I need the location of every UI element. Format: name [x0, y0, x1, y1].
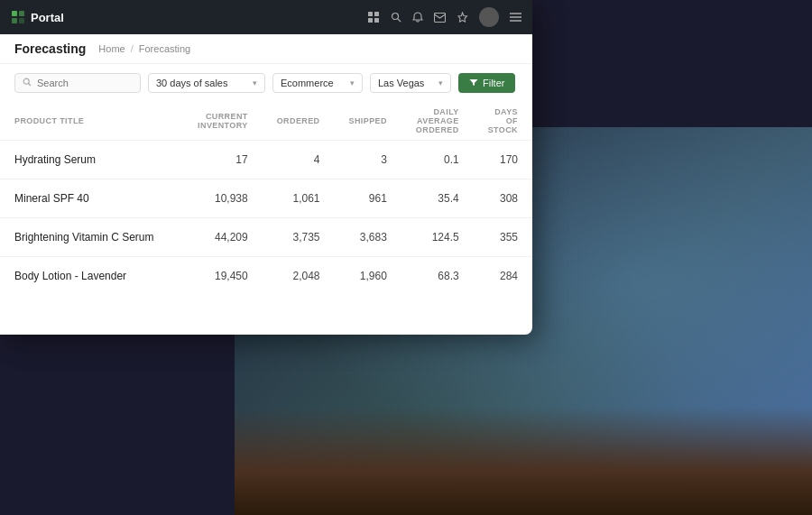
- inventory-table: PRODUCT TITLE CURRENTINVENTORY ORDERED S…: [0, 102, 532, 295]
- logo-container: Portal: [11, 10, 64, 24]
- cell-daily-avg-3: 68.3: [401, 257, 474, 296]
- breadcrumb-current: Forecasting: [139, 43, 190, 54]
- channel-dropdown[interactable]: Ecommerce ▾: [272, 73, 363, 93]
- svg-rect-7: [374, 18, 379, 23]
- cell-days-stock-2: 355: [474, 218, 532, 257]
- svg-rect-0: [12, 11, 17, 16]
- cell-product-1: Mineral SPF 40: [0, 179, 183, 218]
- grid-icon[interactable]: [368, 12, 380, 23]
- search-input[interactable]: [37, 78, 133, 88]
- search-input-icon: [23, 78, 32, 88]
- filter-icon: [469, 78, 478, 88]
- col-header-ordered: ORDERED: [263, 102, 335, 141]
- search-box[interactable]: [14, 73, 141, 93]
- cell-ordered-2: 3,735: [263, 218, 335, 257]
- table-row: Brightening Vitamin C Serum 44,209 3,735…: [0, 218, 532, 257]
- cell-shipped-2: 3,683: [335, 218, 401, 257]
- filter-button-label: Filter: [483, 78, 504, 88]
- app-title: Portal: [31, 11, 64, 24]
- cell-shipped-3: 1,960: [335, 257, 401, 296]
- app-window: Portal Forecasting Hom: [0, 0, 532, 335]
- col-header-inventory: CURRENTINVENTORY: [183, 102, 263, 141]
- topbar-icons: [368, 7, 521, 27]
- svg-rect-4: [368, 12, 373, 16]
- table-row: Body Lotion - Lavender 19,450 2,048 1,96…: [0, 257, 532, 296]
- cell-days-stock-0: 170: [474, 141, 532, 179]
- cell-shipped-1: 961: [335, 179, 401, 218]
- cell-daily-avg-1: 35.4: [401, 179, 474, 218]
- topbar: Portal: [0, 0, 532, 34]
- cell-days-stock-1: 308: [474, 179, 532, 218]
- channel-dropdown-arrow: ▾: [350, 78, 355, 87]
- sales-period-value: 30 days of sales: [156, 78, 228, 88]
- svg-rect-2: [12, 18, 17, 23]
- location-dropdown[interactable]: Las Vegas ▾: [370, 73, 451, 93]
- cell-product-0: Hydrating Serum: [0, 141, 183, 179]
- star-icon[interactable]: [457, 12, 468, 23]
- portal-logo-icon: [11, 10, 25, 24]
- cell-inventory-1: 10,938: [183, 179, 263, 218]
- bell-icon[interactable]: [412, 12, 423, 23]
- table-row: Mineral SPF 40 10,938 1,061 961 35.4 308: [0, 179, 532, 218]
- channel-value: Ecommerce: [281, 78, 334, 88]
- cell-shipped-0: 3: [335, 141, 401, 179]
- cell-inventory-2: 44,209: [183, 218, 263, 257]
- svg-rect-5: [374, 12, 379, 16]
- toolbar: 30 days of sales ▾ Ecommerce ▾ Las Vegas…: [0, 64, 532, 102]
- menu-icon[interactable]: [510, 13, 521, 22]
- svg-rect-1: [19, 11, 24, 16]
- col-header-daily-avg: DAILY AVERAGEORDERED: [401, 102, 474, 141]
- breadcrumb-separator: /: [131, 43, 134, 54]
- filter-button[interactable]: Filter: [458, 73, 515, 93]
- location-dropdown-arrow: ▾: [438, 78, 443, 87]
- sales-dropdown-arrow: ▾: [253, 78, 257, 87]
- breadcrumb-home[interactable]: Home: [98, 43, 125, 54]
- cell-ordered-0: 4: [263, 141, 335, 179]
- table-row: Hydrating Serum 17 4 3 0.1 170: [0, 141, 532, 179]
- cell-inventory-3: 19,450: [183, 257, 263, 296]
- col-header-product: PRODUCT TITLE: [0, 102, 183, 141]
- cell-inventory-0: 17: [183, 141, 263, 179]
- inventory-table-container: PRODUCT TITLE CURRENTINVENTORY ORDERED S…: [0, 102, 532, 335]
- svg-rect-3: [19, 18, 24, 23]
- desk-surface: [235, 407, 812, 515]
- svg-point-14: [23, 78, 29, 84]
- sales-period-dropdown[interactable]: 30 days of sales ▾: [148, 73, 265, 93]
- cell-ordered-3: 2,048: [263, 257, 335, 296]
- page-title: Forecasting: [14, 41, 86, 56]
- cell-daily-avg-2: 124.5: [401, 218, 474, 257]
- search-icon[interactable]: [391, 12, 401, 23]
- svg-line-9: [398, 19, 401, 22]
- cell-daily-avg-0: 0.1: [401, 141, 474, 179]
- col-header-shipped: SHIPPED: [335, 102, 401, 141]
- svg-line-15: [29, 84, 32, 87]
- table-header-row: PRODUCT TITLE CURRENTINVENTORY ORDERED S…: [0, 102, 532, 141]
- breadcrumb-bar: Forecasting Home / Forecasting: [0, 34, 532, 64]
- user-avatar[interactable]: [479, 7, 499, 27]
- cell-days-stock-3: 284: [474, 257, 532, 296]
- cell-ordered-1: 1,061: [263, 179, 335, 218]
- location-value: Las Vegas: [378, 78, 424, 88]
- col-header-days-stock: DAYS OFSTOCK: [474, 102, 532, 141]
- svg-point-8: [392, 14, 399, 20]
- svg-rect-6: [368, 18, 373, 23]
- cell-product-2: Brightening Vitamin C Serum: [0, 218, 183, 257]
- cell-product-3: Body Lotion - Lavender: [0, 257, 183, 296]
- table-body: Hydrating Serum 17 4 3 0.1 170 Mineral S…: [0, 141, 532, 296]
- mail-icon[interactable]: [434, 13, 446, 23]
